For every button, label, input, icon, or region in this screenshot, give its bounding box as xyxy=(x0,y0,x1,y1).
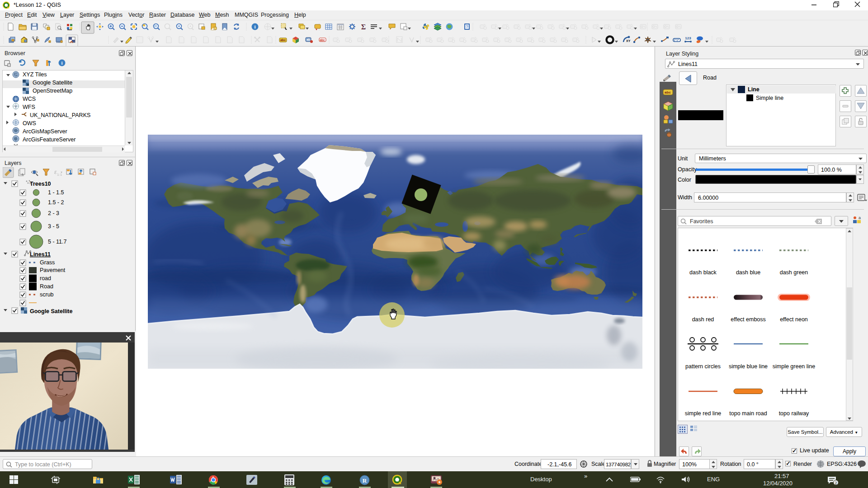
svg-text:effect emboss: effect emboss xyxy=(731,316,766,323)
svg-text:WCS: WCS xyxy=(23,96,36,102)
svg-text:2 - 3: 2 - 3 xyxy=(48,210,59,216)
svg-text:1:1: 1:1 xyxy=(57,173,62,177)
svg-text:dash green: dash green xyxy=(780,269,808,276)
svg-text:dash red: dash red xyxy=(692,316,714,323)
svg-text:ArcGisFeatureServer: ArcGisFeatureServer xyxy=(23,136,75,143)
svg-text:road: road xyxy=(40,275,51,282)
svg-text:Google Satellite: Google Satellite xyxy=(30,308,73,314)
svg-text:Σ: Σ xyxy=(361,23,366,31)
svg-text:simple red line: simple red line xyxy=(685,410,722,417)
svg-text:Road: Road xyxy=(40,283,53,290)
svg-text:effect neon: effect neon xyxy=(780,316,808,323)
svg-text:dash black: dash black xyxy=(689,269,717,276)
svg-text:Google Satellite: Google Satellite xyxy=(33,80,72,86)
svg-text:abc: abc xyxy=(320,38,325,42)
svg-text:5 - 11.7: 5 - 11.7 xyxy=(48,239,67,245)
svg-text:UK_NATIONAL_PARKS: UK_NATIONAL_PARKS xyxy=(30,112,90,118)
svg-text:WFS: WFS xyxy=(23,104,35,110)
svg-text:1 - 1.5: 1 - 1.5 xyxy=(48,189,64,196)
svg-text:V: V xyxy=(14,104,17,108)
svg-text:simple blue line: simple blue line xyxy=(729,363,768,370)
svg-text:pattern circles: pattern circles xyxy=(685,363,721,370)
svg-text:scrub: scrub xyxy=(40,291,54,298)
svg-text:i: i xyxy=(61,60,62,66)
svg-text:Trees10: Trees10 xyxy=(30,181,51,187)
svg-text:abc: abc xyxy=(280,38,286,42)
svg-text:Pavement: Pavement xyxy=(40,267,66,273)
svg-text:topo railway: topo railway xyxy=(779,410,809,417)
svg-text:XYZ Tiles: XYZ Tiles xyxy=(23,71,47,78)
svg-text:Grass: Grass xyxy=(40,259,55,266)
svg-text:topo main road: topo main road xyxy=(729,410,767,417)
svg-text:123: 123 xyxy=(685,36,691,40)
svg-text:ArcGisMapServer: ArcGisMapServer xyxy=(23,128,67,135)
svg-text:simple green line: simple green line xyxy=(773,363,816,370)
svg-text:?: ? xyxy=(466,24,468,29)
svg-text:a: a xyxy=(859,216,861,220)
svg-text:i: i xyxy=(254,24,255,29)
svg-text:2: 2 xyxy=(835,481,837,485)
svg-text:OpenStreetMap: OpenStreetMap xyxy=(33,88,72,94)
svg-text:abc: abc xyxy=(665,90,671,94)
svg-text:R: R xyxy=(363,477,367,484)
svg-text:ab: ab xyxy=(307,38,310,41)
svg-text:XY: XY xyxy=(626,39,631,42)
svg-text:OWS: OWS xyxy=(23,120,36,127)
svg-text:dash blue: dash blue xyxy=(736,269,760,276)
svg-text:Lines11: Lines11 xyxy=(30,251,51,258)
svg-text:3 - 5: 3 - 5 xyxy=(48,223,59,230)
svg-text:1.5 - 2: 1.5 - 2 xyxy=(48,199,64,206)
